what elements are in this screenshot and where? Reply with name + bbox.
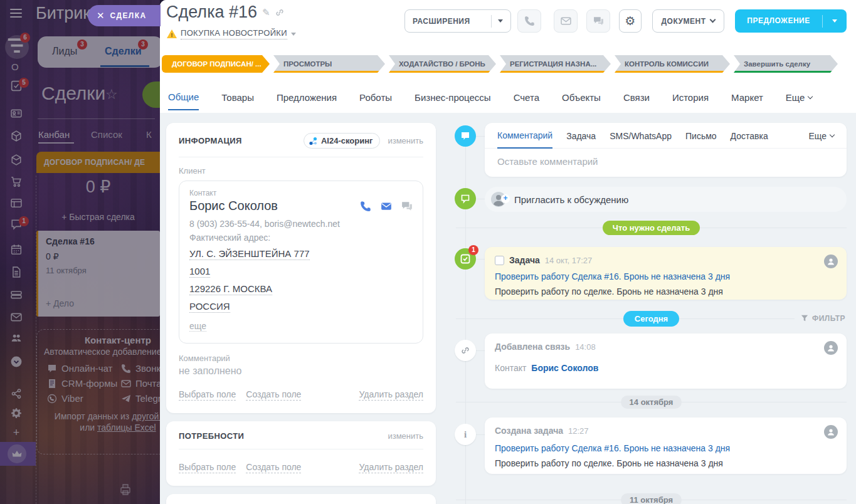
chat-bubbles-icon: [593, 16, 604, 26]
link-added-label: Добавлена связь: [495, 342, 570, 352]
stage-registration[interactable]: РЕГИСТРАЦИЯ НАЗНА...: [500, 55, 611, 73]
needs-select-field-link[interactable]: Выбрать поле: [179, 462, 236, 473]
proposal-dropdown[interactable]: [823, 19, 847, 23]
tab-links[interactable]: Связи: [623, 81, 650, 110]
invite-to-discussion[interactable]: + Пригласить к обсуждению: [485, 187, 847, 212]
email-button[interactable]: [554, 9, 578, 33]
composer-tab-task[interactable]: Задача: [566, 131, 596, 148]
tab-general[interactable]: Общие: [168, 81, 199, 110]
task-title-link[interactable]: Проверить работу Сделка #16. Бронь не на…: [495, 271, 837, 281]
info-section: ИНФОРМАЦИЯ AI24-скоринг изменить Клиент …: [166, 123, 436, 413]
composer-more-caret-icon: [830, 132, 835, 137]
comment-input[interactable]: Оставьте комментарий: [485, 149, 847, 177]
stage-close-deal[interactable]: Завершить сделку: [734, 55, 838, 73]
deal-header: Сделка #16 ✎ ПОКУПКА НОВОСТРОЙКИ РАСШИРЕ…: [160, 0, 856, 113]
person-icon: [827, 257, 835, 266]
tab-invoices[interactable]: Счета: [514, 81, 539, 110]
contact-name[interactable]: Борис Соколов: [189, 199, 278, 213]
needs-create-field-link[interactable]: Создать поле: [246, 462, 301, 473]
stage-commission-control[interactable]: КОНТРОЛЬ КОМИССИИ: [615, 55, 730, 73]
today-divider-row: Сегодня ФИЛЬТР: [456, 311, 847, 326]
settings-button[interactable]: ⚙: [619, 9, 642, 33]
composer-tab-sms[interactable]: SMS/WhatsApp: [610, 131, 672, 148]
invite-plus-icon: +: [501, 194, 510, 203]
contact-phone-email[interactable]: 8 (903) 236-55-44, boris@newtech.net: [189, 219, 413, 229]
pipeline-selector[interactable]: ПОКУПКА НОВОСТРОЙКИ: [167, 28, 296, 39]
tab-objects[interactable]: Объекты: [562, 81, 601, 110]
task-marker: 1: [455, 248, 476, 270]
composer-more-label: Еще: [809, 131, 827, 141]
ai-scoring-button[interactable]: AI24-скоринг: [304, 133, 381, 149]
call-button[interactable]: [517, 9, 541, 33]
tab-products[interactable]: Товары: [221, 81, 254, 110]
info-create-field-link[interactable]: Создать поле: [246, 389, 301, 401]
tab-market[interactable]: Маркет: [731, 81, 763, 110]
task-avatar: [824, 255, 838, 268]
document-button[interactable]: ДОКУМЕНТ: [652, 9, 724, 33]
filter-button[interactable]: ФИЛЬТР: [795, 312, 847, 325]
stage-viewings[interactable]: ПРОСМОТРЫ: [273, 55, 385, 73]
task-checkbox[interactable]: [495, 256, 504, 265]
ai-molecule-icon: [309, 137, 317, 145]
extensions-label: РАСШИРЕНИЯ: [413, 17, 470, 26]
edit-title-icon[interactable]: ✎: [262, 7, 270, 18]
invite-label: Пригласить к обсуждению: [514, 194, 628, 205]
composer-tab-more[interactable]: Еще: [809, 131, 835, 148]
comment-value[interactable]: не заполнено: [179, 365, 423, 377]
tab-quotes[interactable]: Предложения: [277, 81, 337, 110]
tab-more[interactable]: Еще: [786, 81, 813, 110]
pipeline-name[interactable]: ПОКУПКА НОВОСТРОЙКИ: [181, 28, 287, 39]
stage-contract-signed[interactable]: ДОГОВОР ПОДПИСАН/ ...: [162, 55, 270, 73]
contact-type-label: Контакт: [189, 189, 413, 197]
composer-tab-comment[interactable]: Комментарий: [497, 130, 552, 149]
proposal-caret-icon: [832, 19, 837, 23]
tab-more-label: Еще: [786, 92, 805, 103]
extensions-button[interactable]: РАСШИРЕНИЯ: [404, 9, 511, 33]
contact-chat-icon[interactable]: [401, 201, 413, 212]
tab-history[interactable]: История: [672, 81, 709, 110]
info-delete-section-link[interactable]: Удалить раздел: [359, 389, 423, 401]
proposal-button[interactable]: ПРЕДЛОЖЕНИЕ: [735, 9, 847, 33]
chain-link-icon: [460, 345, 470, 355]
composer-tab-letter[interactable]: Письмо: [685, 131, 717, 148]
pipeline-caret-icon: [291, 33, 296, 36]
discussion-bubble-icon: [460, 194, 470, 204]
contact-email-icon[interactable]: [381, 201, 392, 212]
needs-edit-link[interactable]: изменить: [388, 431, 423, 441]
extensions-caret-icon: [498, 19, 503, 23]
deal-title: Сделка #16: [166, 3, 257, 22]
address-line-1[interactable]: УЛ. С. ЭЙЗЕНШТЕЙНА 777: [189, 248, 310, 260]
tab-robots[interactable]: Роботы: [359, 81, 392, 110]
composer-tab-delivery[interactable]: Доставка: [731, 131, 768, 148]
chat-button[interactable]: [586, 9, 610, 33]
deal-content: ИНФОРМАЦИЯ AI24-скоринг изменить Клиент …: [160, 113, 856, 504]
date-pill-oct11: 11 октября: [621, 493, 682, 504]
tab-bizproc[interactable]: Бизнес-процессы: [415, 81, 491, 110]
stage-bar: ДОГОВОР ПОДПИСАН/ ... ПРОСМОТРЫ ХОДАТАЙС…: [162, 55, 838, 73]
needs-delete-section-link[interactable]: Удалить раздел: [359, 462, 423, 473]
link-added-contact-link[interactable]: Борис Соколов: [531, 363, 598, 373]
person-icon: [827, 428, 835, 436]
stage-petition-booking[interactable]: ХОДАТАЙСТВО / БРОНЬ: [389, 55, 496, 73]
task-created-entry: Создана задача 12:27 Проверить работу Сд…: [485, 417, 847, 474]
person-icon: [827, 344, 835, 352]
info-edit-link[interactable]: изменить: [388, 136, 423, 145]
info-select-field-link[interactable]: Выбрать поле: [179, 389, 236, 401]
link-event-marker: [455, 340, 476, 361]
todo-divider-row: Что нужно сделать: [456, 221, 847, 234]
warning-icon: [167, 29, 177, 38]
contact-more-link[interactable]: еще: [189, 321, 206, 332]
copy-link-icon[interactable]: [275, 8, 284, 17]
tab-more-caret-icon: [808, 94, 813, 99]
background-area: Битрик 6 О 5 1 +: [0, 0, 160, 504]
task-created-title-link[interactable]: Проверить работу Сделка #16. Бронь не на…: [495, 443, 837, 453]
contact-call-icon[interactable]: [360, 201, 371, 212]
address-line-2[interactable]: 1001: [189, 266, 210, 278]
address-line-4[interactable]: РОССИЯ: [189, 301, 230, 313]
today-pill[interactable]: Сегодня: [623, 311, 679, 327]
deal-slider-panel: Сделка #16 ✎ ПОКУПКА НОВОСТРОЙКИ РАСШИРЕ…: [160, 0, 856, 504]
task-check-icon: [460, 254, 470, 264]
close-icon[interactable]: ✕: [97, 10, 105, 21]
envelope-icon: [561, 16, 571, 26]
address-line-3[interactable]: 129226 Г. МОСКВА: [189, 283, 272, 295]
